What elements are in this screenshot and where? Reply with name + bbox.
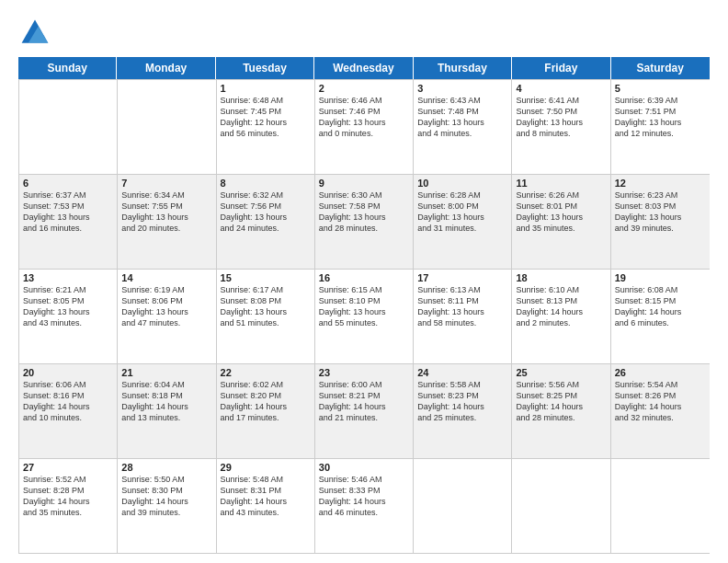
calendar-cell: 30Sunrise: 5:46 AM Sunset: 8:33 PM Dayli…: [315, 459, 414, 553]
day-number: 30: [319, 462, 409, 473]
calendar-cell: 27Sunrise: 5:52 AM Sunset: 8:28 PM Dayli…: [19, 459, 118, 553]
calendar-cell: [611, 459, 710, 553]
calendar-cell: 19Sunrise: 6:08 AM Sunset: 8:15 PM Dayli…: [611, 270, 710, 363]
day-number: 27: [23, 462, 113, 473]
calendar-cell: 23Sunrise: 6:00 AM Sunset: 8:21 PM Dayli…: [315, 364, 414, 458]
weekday-header: Friday: [512, 57, 610, 79]
day-number: 16: [319, 272, 409, 283]
calendar-cell: 29Sunrise: 5:48 AM Sunset: 8:31 PM Dayli…: [217, 459, 315, 553]
calendar-cell: [512, 459, 610, 553]
cell-info: Sunrise: 5:50 AM Sunset: 8:30 PM Dayligh…: [121, 474, 211, 519]
cell-info: Sunrise: 6:32 AM Sunset: 7:56 PM Dayligh…: [221, 190, 311, 235]
cell-info: Sunrise: 6:19 AM Sunset: 8:06 PM Dayligh…: [121, 284, 211, 329]
calendar-cell: 1Sunrise: 6:48 AM Sunset: 7:45 PM Daylig…: [217, 80, 315, 174]
day-number: 20: [23, 367, 113, 378]
calendar-cell: 8Sunrise: 6:32 AM Sunset: 7:56 PM Daylig…: [217, 175, 315, 269]
cell-info: Sunrise: 6:17 AM Sunset: 8:08 PM Dayligh…: [221, 284, 311, 329]
day-number: 19: [615, 272, 706, 283]
calendar-cell: 10Sunrise: 6:28 AM Sunset: 8:00 PM Dayli…: [414, 175, 512, 269]
day-number: 10: [417, 178, 507, 189]
calendar-header: SundayMondayTuesdayWednesdayThursdayFrid…: [18, 57, 710, 79]
calendar-cell: 2Sunrise: 6:46 AM Sunset: 7:46 PM Daylig…: [315, 80, 414, 174]
day-number: 14: [121, 272, 211, 283]
calendar-cell: 6Sunrise: 6:37 AM Sunset: 7:53 PM Daylig…: [19, 175, 118, 269]
calendar-row: 27Sunrise: 5:52 AM Sunset: 8:28 PM Dayli…: [19, 458, 710, 553]
calendar-cell: 9Sunrise: 6:30 AM Sunset: 7:58 PM Daylig…: [315, 175, 414, 269]
calendar-body: 1Sunrise: 6:48 AM Sunset: 7:45 PM Daylig…: [18, 79, 710, 554]
day-number: 29: [221, 462, 311, 473]
day-number: 1: [221, 83, 311, 94]
day-number: 11: [516, 178, 606, 189]
calendar-cell: 22Sunrise: 6:02 AM Sunset: 8:20 PM Dayli…: [217, 364, 315, 458]
calendar-cell: [414, 459, 512, 553]
weekday-header: Thursday: [414, 57, 512, 79]
day-number: 21: [121, 367, 211, 378]
calendar-cell: 14Sunrise: 6:19 AM Sunset: 8:06 PM Dayli…: [118, 270, 216, 363]
day-number: 15: [221, 272, 311, 283]
calendar-cell: 15Sunrise: 6:17 AM Sunset: 8:08 PM Dayli…: [217, 270, 315, 363]
day-number: 28: [121, 462, 211, 473]
cell-info: Sunrise: 6:48 AM Sunset: 7:45 PM Dayligh…: [221, 95, 311, 140]
calendar-cell: 5Sunrise: 6:39 AM Sunset: 7:51 PM Daylig…: [611, 80, 710, 174]
cell-info: Sunrise: 6:06 AM Sunset: 8:16 PM Dayligh…: [23, 379, 113, 424]
calendar-cell: 17Sunrise: 6:13 AM Sunset: 8:11 PM Dayli…: [414, 270, 512, 363]
day-number: 26: [615, 367, 706, 378]
cell-info: Sunrise: 6:34 AM Sunset: 7:55 PM Dayligh…: [121, 190, 211, 235]
calendar-cell: 3Sunrise: 6:43 AM Sunset: 7:48 PM Daylig…: [414, 80, 512, 174]
calendar-cell: 18Sunrise: 6:10 AM Sunset: 8:13 PM Dayli…: [512, 270, 610, 363]
calendar-row: 13Sunrise: 6:21 AM Sunset: 8:05 PM Dayli…: [19, 269, 710, 363]
cell-info: Sunrise: 6:04 AM Sunset: 8:18 PM Dayligh…: [121, 379, 211, 424]
day-number: 8: [221, 178, 311, 189]
calendar-cell: 20Sunrise: 6:06 AM Sunset: 8:16 PM Dayli…: [19, 364, 118, 458]
calendar: SundayMondayTuesdayWednesdayThursdayFrid…: [18, 57, 710, 554]
weekday-header: Saturday: [611, 57, 710, 79]
cell-info: Sunrise: 6:23 AM Sunset: 8:03 PM Dayligh…: [615, 190, 706, 235]
cell-info: Sunrise: 6:21 AM Sunset: 8:05 PM Dayligh…: [23, 284, 113, 329]
calendar-cell: 25Sunrise: 5:56 AM Sunset: 8:25 PM Dayli…: [512, 364, 610, 458]
day-number: 18: [516, 272, 606, 283]
day-number: 9: [319, 178, 409, 189]
day-number: 4: [516, 83, 606, 94]
calendar-cell: [118, 80, 216, 174]
cell-info: Sunrise: 6:28 AM Sunset: 8:00 PM Dayligh…: [417, 190, 507, 235]
calendar-cell: 11Sunrise: 6:26 AM Sunset: 8:01 PM Dayli…: [512, 175, 610, 269]
cell-info: Sunrise: 5:58 AM Sunset: 8:23 PM Dayligh…: [417, 379, 507, 424]
calendar-row: 1Sunrise: 6:48 AM Sunset: 7:45 PM Daylig…: [19, 79, 710, 174]
cell-info: Sunrise: 6:46 AM Sunset: 7:46 PM Dayligh…: [319, 95, 409, 140]
calendar-cell: 12Sunrise: 6:23 AM Sunset: 8:03 PM Dayli…: [611, 175, 710, 269]
day-number: 25: [516, 367, 606, 378]
calendar-cell: 28Sunrise: 5:50 AM Sunset: 8:30 PM Dayli…: [118, 459, 216, 553]
cell-info: Sunrise: 6:26 AM Sunset: 8:01 PM Dayligh…: [516, 190, 606, 235]
day-number: 22: [221, 367, 311, 378]
cell-info: Sunrise: 6:37 AM Sunset: 7:53 PM Dayligh…: [23, 190, 113, 235]
cell-info: Sunrise: 6:13 AM Sunset: 8:11 PM Dayligh…: [417, 284, 507, 329]
header: [18, 17, 710, 50]
day-number: 23: [319, 367, 409, 378]
calendar-row: 20Sunrise: 6:06 AM Sunset: 8:16 PM Dayli…: [19, 363, 710, 458]
day-number: 13: [23, 272, 113, 283]
logo: [18, 17, 55, 50]
calendar-cell: 13Sunrise: 6:21 AM Sunset: 8:05 PM Dayli…: [19, 270, 118, 363]
cell-info: Sunrise: 6:02 AM Sunset: 8:20 PM Dayligh…: [221, 379, 311, 424]
cell-info: Sunrise: 5:52 AM Sunset: 8:28 PM Dayligh…: [23, 474, 113, 519]
cell-info: Sunrise: 5:46 AM Sunset: 8:33 PM Dayligh…: [319, 474, 409, 519]
day-number: 17: [417, 272, 507, 283]
calendar-cell: 21Sunrise: 6:04 AM Sunset: 8:18 PM Dayli…: [118, 364, 216, 458]
cell-info: Sunrise: 6:43 AM Sunset: 7:48 PM Dayligh…: [417, 95, 507, 140]
day-number: 12: [615, 178, 706, 189]
calendar-cell: 16Sunrise: 6:15 AM Sunset: 8:10 PM Dayli…: [315, 270, 414, 363]
cell-info: Sunrise: 5:54 AM Sunset: 8:26 PM Dayligh…: [615, 379, 706, 424]
weekday-header: Monday: [117, 57, 215, 79]
cell-info: Sunrise: 5:56 AM Sunset: 8:25 PM Dayligh…: [516, 379, 606, 424]
cell-info: Sunrise: 6:41 AM Sunset: 7:50 PM Dayligh…: [516, 95, 606, 140]
calendar-cell: 24Sunrise: 5:58 AM Sunset: 8:23 PM Dayli…: [414, 364, 512, 458]
logo-icon: [18, 17, 51, 50]
cell-info: Sunrise: 6:39 AM Sunset: 7:51 PM Dayligh…: [615, 95, 706, 140]
calendar-row: 6Sunrise: 6:37 AM Sunset: 7:53 PM Daylig…: [19, 174, 710, 269]
calendar-cell: [19, 80, 118, 174]
cell-info: Sunrise: 6:15 AM Sunset: 8:10 PM Dayligh…: [319, 284, 409, 329]
calendar-cell: 26Sunrise: 5:54 AM Sunset: 8:26 PM Dayli…: [611, 364, 710, 458]
weekday-header: Tuesday: [216, 57, 314, 79]
cell-info: Sunrise: 6:00 AM Sunset: 8:21 PM Dayligh…: [319, 379, 409, 424]
page: SundayMondayTuesdayWednesdayThursdayFrid…: [0, 0, 728, 563]
